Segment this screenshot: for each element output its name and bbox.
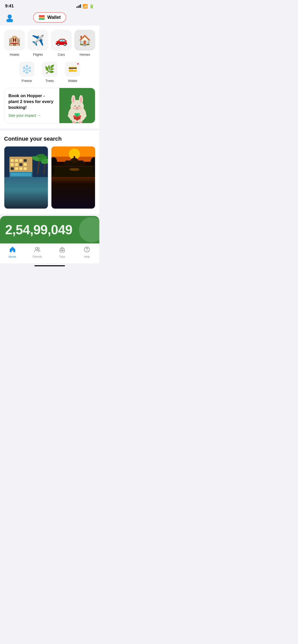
svg-rect-30 (19, 163, 22, 166)
svg-point-1 (6, 19, 13, 22)
trips-nav-label: Trips (59, 255, 65, 258)
status-icons: 📶 🔋 (76, 4, 94, 9)
svg-point-16 (74, 113, 77, 115)
homes-icon-box: 🏠 (74, 30, 95, 51)
svg-rect-56 (83, 162, 85, 168)
category-cars[interactable]: 🚗 Cars (51, 30, 72, 56)
svg-rect-35 (24, 167, 27, 170)
svg-rect-29 (15, 163, 18, 166)
svg-point-9 (73, 107, 76, 109)
svg-point-57 (83, 162, 85, 163)
hotels-emoji: 🏨 (8, 34, 21, 46)
kolkata-image (51, 147, 95, 209)
svg-rect-28 (11, 163, 14, 166)
svg-point-8 (76, 107, 78, 109)
flights-label: Flights (33, 53, 43, 56)
svg-point-63 (35, 247, 37, 250)
kolkata-card[interactable]: Kolkata Jan 3 - 4 Flights from ₹ 17,896 (51, 146, 95, 209)
trees-icon: 🌿 (45, 64, 55, 74)
hotel-card-info: Novotel Mumbai J... Mumbai, Maharashtra … (4, 209, 48, 209)
sub-category-wallet[interactable]: 💳 Wallet (65, 62, 80, 83)
svg-point-0 (8, 14, 12, 19)
promo-image (59, 88, 95, 123)
bunny-illustration (63, 93, 91, 123)
nav-item-home[interactable]: Home (0, 246, 25, 258)
svg-rect-24 (11, 159, 14, 162)
hotels-label: Hotels (10, 53, 19, 56)
bottom-nav: Home Friends Trips (0, 243, 99, 263)
category-grid: 🏨 Hotels ✈️ Flights 🚗 Cars 🏠 Homes (4, 30, 95, 56)
svg-point-55 (64, 162, 66, 163)
svg-rect-54 (64, 162, 66, 168)
cars-label: Cars (58, 53, 65, 56)
freeze-label: Freeze (22, 79, 32, 83)
status-bar: 9:41 📶 🔋 (0, 0, 99, 10)
wallet-sub-icon-box: 💳 (65, 62, 80, 77)
trees-label: Trees (46, 79, 54, 83)
sub-category-freeze[interactable]: ❄️ Freeze (19, 62, 34, 83)
promo-link[interactable]: See your impact → (8, 113, 41, 118)
svg-point-17 (77, 113, 80, 115)
friends-nav-label: Friends (33, 255, 42, 258)
svg-rect-53 (74, 156, 75, 159)
svg-rect-27 (24, 159, 27, 162)
promo-text-area: Book on Hopper - plant 2 trees for every… (4, 88, 59, 123)
kolkata-scene-svg (51, 147, 95, 177)
svg-point-69 (87, 251, 87, 251)
svg-point-21 (79, 121, 82, 123)
search-cards-row: Novotel Mumbai J... Mumbai, Maharashtra … (4, 146, 95, 209)
battery-icon: 🔋 (89, 4, 94, 9)
nav-item-trips[interactable]: Trips (50, 246, 75, 258)
freeze-icon-box: ❄️ (19, 62, 34, 77)
cars-icon-box: 🚗 (51, 30, 72, 51)
promo-title: Book on Hopper - plant 2 trees for every… (8, 93, 55, 111)
svg-rect-33 (15, 167, 18, 170)
svg-point-49 (69, 168, 79, 171)
svg-point-20 (72, 121, 75, 123)
help-nav-icon (84, 246, 90, 254)
kolkata-card-info: Kolkata Jan 3 - 4 Flights from ₹ 17,896 (51, 209, 95, 209)
user-avatar[interactable] (5, 13, 14, 22)
freeze-icon: ❄️ (21, 64, 32, 74)
main-content: 🏨 Hotels ✈️ Flights 🚗 Cars 🏠 Homes (0, 26, 99, 128)
category-hotels[interactable]: 🏨 Hotels (4, 30, 25, 56)
category-homes[interactable]: 🏠 Homes (74, 30, 95, 56)
status-time: 9:41 (5, 4, 14, 9)
flights-emoji: ✈️ (32, 34, 44, 46)
svg-rect-32 (11, 167, 14, 170)
homes-emoji: 🏠 (78, 34, 91, 46)
svg-rect-31 (24, 163, 27, 166)
svg-rect-37 (11, 173, 31, 176)
svg-point-5 (72, 96, 74, 103)
promo-banner[interactable]: Book on Hopper - plant 2 trees for every… (4, 88, 95, 123)
nav-item-friends[interactable]: Friends (25, 246, 50, 258)
wallet-sub-label: Wallet (68, 79, 77, 83)
svg-rect-25 (15, 159, 18, 162)
hotel-image (4, 147, 48, 209)
green-section[interactable]: 2,54,99,049 (0, 216, 99, 243)
hotel-card[interactable]: Novotel Mumbai J... Mumbai, Maharashtra … (4, 146, 48, 209)
top-nav: Wallet (0, 10, 99, 26)
trips-nav-icon (59, 246, 65, 254)
home-nav-icon (9, 246, 16, 254)
flights-icon-box: ✈️ (28, 30, 48, 51)
svg-point-64 (38, 248, 39, 250)
wifi-icon: 📶 (83, 4, 88, 9)
wallet-sub-icon: 💳 (68, 65, 77, 74)
category-flights[interactable]: ✈️ Flights (28, 30, 48, 56)
continue-search-section: Continue your search (0, 130, 99, 214)
help-nav-label: Help (84, 255, 90, 258)
sub-category-trees[interactable]: 🌿 Trees (42, 62, 57, 83)
cars-emoji: 🚗 (55, 34, 68, 46)
home-nav-label: Home (9, 255, 16, 258)
wallet-button[interactable]: Wallet (33, 12, 66, 23)
wallet-label: Wallet (47, 15, 61, 20)
svg-rect-26 (19, 159, 22, 162)
section-title: Continue your search (4, 136, 95, 142)
hotel-scene-svg (4, 147, 48, 177)
sub-category-row: ❄️ Freeze 🌿 Trees 💳 Wallet (4, 62, 95, 83)
nav-item-help[interactable]: Help (75, 246, 100, 258)
trees-icon-box: 🌿 (42, 62, 57, 77)
hotels-icon-box: 🏨 (4, 30, 25, 51)
signal-icon (76, 4, 81, 8)
